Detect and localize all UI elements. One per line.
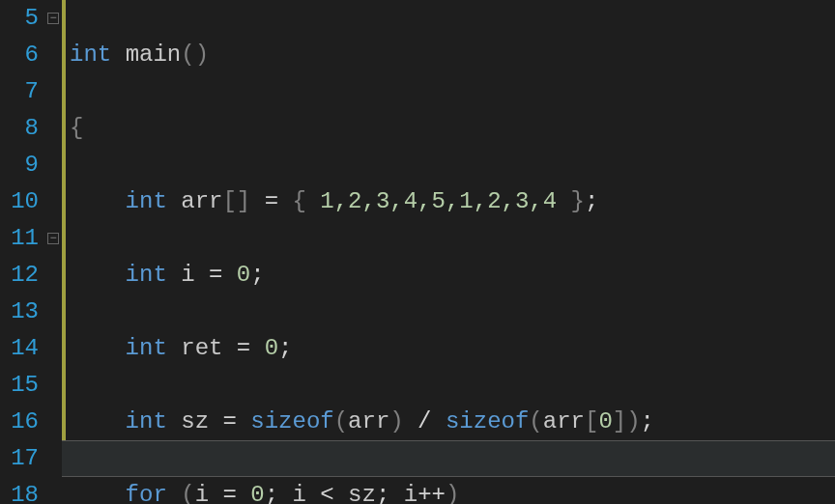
line-number[interactable]: 7 — [0, 73, 39, 110]
line-number[interactable]: 17 — [0, 440, 39, 477]
fold-toggle-icon[interactable]: − — [47, 233, 59, 244]
line-number[interactable]: 16 — [0, 404, 39, 440]
line-number[interactable]: 10 — [0, 183, 39, 220]
code-line[interactable]: { — [70, 110, 835, 147]
line-number[interactable]: 9 — [0, 147, 39, 183]
line-number[interactable]: 18 — [0, 477, 39, 504]
code-editor[interactable]: 5 6 7 8 9 10 11 12 13 14 15 16 17 18 − −… — [0, 0, 835, 504]
line-number[interactable]: 8 — [0, 110, 39, 147]
code-line[interactable]: int ret = 0; — [70, 330, 835, 367]
line-number[interactable]: 15 — [0, 367, 39, 404]
line-number[interactable]: 13 — [0, 294, 39, 330]
line-number-gutter: 5 6 7 8 9 10 11 12 13 14 15 16 17 18 — [0, 0, 46, 504]
line-number[interactable]: 11 — [0, 220, 39, 257]
code-line[interactable]: int sz = sizeof(arr) / sizeof(arr[0]); — [70, 404, 835, 440]
code-line[interactable]: int arr[] = { 1,2,3,4,5,1,2,3,4 }; — [70, 183, 835, 220]
line-number[interactable]: 12 — [0, 257, 39, 294]
line-number[interactable]: 14 — [0, 330, 39, 367]
line-number[interactable]: 5 — [0, 0, 39, 37]
fold-toggle-icon[interactable]: − — [47, 13, 59, 24]
code-line[interactable]: int i = 0; — [70, 257, 835, 294]
code-line[interactable]: for (i = 0; i < sz; i++) — [70, 477, 835, 504]
code-area[interactable]: int main() { int arr[] = { 1,2,3,4,5,1,2… — [62, 0, 835, 504]
code-content[interactable]: int main() { int arr[] = { 1,2,3,4,5,1,2… — [62, 0, 835, 504]
code-line[interactable]: int main() — [70, 37, 835, 73]
line-number[interactable]: 6 — [0, 37, 39, 73]
fold-column: − − — [46, 0, 62, 504]
